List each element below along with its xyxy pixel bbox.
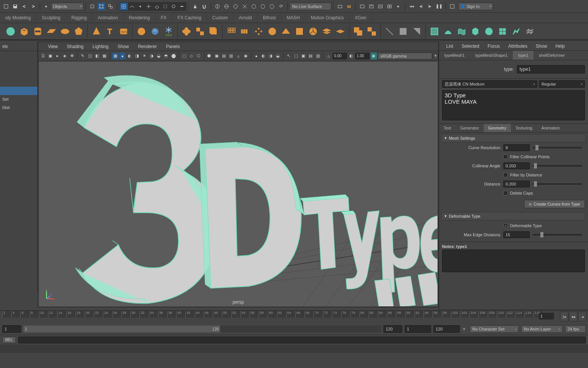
vp-gate-icon[interactable]: ◫	[87, 53, 93, 59]
mash-cache-icon[interactable]	[149, 25, 161, 37]
subtab-geometry[interactable]: Geometry	[484, 124, 511, 132]
panel-menu-show[interactable]: Show	[113, 44, 133, 49]
snap-curve-icon[interactable]	[128, 3, 136, 10]
sym-y-icon[interactable]	[223, 3, 230, 10]
panel-menu-panels[interactable]: Panels	[161, 44, 185, 49]
vp-shadow-icon[interactable]: ◑	[148, 53, 155, 59]
t4-icon[interactable]	[469, 25, 481, 37]
attr-menu-show[interactable]: Show	[532, 44, 551, 49]
time-ruler[interactable]: 2468101214161820222426283032343638404244…	[2, 311, 543, 318]
fps-field[interactable]: 24 fps	[565, 325, 586, 333]
left-item-set[interactable]: Set	[0, 95, 37, 103]
attr-menu-attributes[interactable]: Attributes	[504, 44, 532, 49]
mash-create-icon[interactable]	[135, 25, 147, 37]
vp-color-mgmt-icon[interactable]: ◉	[371, 53, 377, 59]
sym-d-icon[interactable]: ◯	[268, 3, 276, 10]
step-back-icon[interactable]: ◂◂	[569, 312, 577, 321]
shelf-tab-mash[interactable]: MASH	[281, 13, 306, 23]
sym-c-icon[interactable]: ◯	[259, 3, 267, 10]
range-end-field[interactable]: 120	[433, 325, 460, 333]
range-slider[interactable]: 1120	[23, 326, 381, 332]
vp-motion-icon[interactable]: ⬤	[170, 53, 177, 59]
panel-menu-lighting[interactable]: Lighting	[88, 44, 113, 49]
vp-shade-flat-icon[interactable]: ◐	[126, 53, 133, 59]
sign-in-dropdown[interactable]: 👤Sign In	[458, 3, 493, 10]
vp-shade-wire-icon[interactable]: ▦	[112, 53, 118, 59]
render-d-icon[interactable]: ▸	[395, 3, 402, 10]
shelf-tab-rendering[interactable]: Rendering	[124, 13, 155, 23]
edit-a-icon[interactable]	[383, 25, 396, 37]
select-by-component-icon[interactable]	[98, 3, 105, 10]
t8-icon[interactable]	[524, 25, 536, 37]
vp-ao-icon[interactable]: ◒	[155, 53, 162, 59]
vp-2d-pan-icon[interactable]: ✥	[69, 53, 75, 59]
history-icon[interactable]: ⟳	[277, 3, 285, 10]
sym-icon[interactable]	[241, 3, 248, 10]
lock-icon[interactable]	[191, 3, 199, 10]
node-tab-typemeshshape1[interactable]: typeMeshShape1	[470, 51, 513, 60]
separate-icon[interactable]	[366, 25, 378, 37]
vp-d-icon[interactable]: ▥	[228, 53, 234, 59]
vp-film-icon[interactable]: ▦	[101, 53, 108, 59]
character-set-dropdown[interactable]: No Character Set	[470, 325, 519, 333]
flatten-icon[interactable]	[334, 25, 346, 37]
anim-layer-dropdown[interactable]: No Anim Layer	[521, 325, 563, 333]
render-icon[interactable]	[336, 3, 344, 10]
replicator-icon[interactable]	[208, 25, 220, 37]
play-back-icon[interactable]: ◂	[578, 312, 586, 321]
vp-view-transform-arrow[interactable]: ▼	[433, 53, 438, 59]
vp-exposure-field[interactable]: 0.00	[332, 53, 347, 59]
shelf-tab-rigging[interactable]: Rigging	[66, 13, 93, 23]
vp-bookmark-icon[interactable]: ▸	[54, 53, 61, 59]
layer-icon[interactable]	[321, 25, 333, 37]
vp-h-icon[interactable]: ◐	[260, 53, 267, 59]
collinear-angle-field[interactable]: 0.200	[503, 162, 530, 169]
node-tab-typemesh1[interactable]: typeMesh1	[439, 51, 470, 60]
create-curves-button[interactable]: ⎋Create Curves from Type	[524, 200, 585, 208]
snap-toggle-icon[interactable]	[178, 3, 186, 10]
vp-camera-icon[interactable]: ▣	[47, 53, 53, 59]
range-menu-icon[interactable]: ▼	[462, 327, 467, 331]
mesh-dist-icon[interactable]	[280, 25, 292, 37]
max-edge-div-field[interactable]: 15	[503, 231, 530, 238]
render-a-icon[interactable]	[368, 3, 375, 10]
vp-reso-icon[interactable]: ◧	[94, 53, 101, 59]
select-hierarchy-icon[interactable]: ▸	[43, 3, 50, 10]
node-tab-type1[interactable]: type1	[513, 51, 534, 60]
ipr-icon[interactable]	[345, 3, 353, 10]
t2-icon[interactable]	[442, 25, 454, 37]
snap-live-icon[interactable]	[161, 3, 169, 10]
vp-j-icon[interactable]: ◒	[275, 53, 281, 59]
sym-z-icon[interactable]	[232, 3, 239, 10]
node-tab-shelldeformer[interactable]: shellDeformer	[534, 51, 570, 60]
collinear-angle-slider[interactable]	[533, 165, 582, 167]
vp-a-icon[interactable]: ⬢	[206, 53, 213, 59]
axis-gizmo[interactable]: yxz	[44, 290, 56, 301]
mel-toggle[interactable]: MEL	[2, 337, 16, 343]
font-weight-dropdown[interactable]: Regular	[539, 80, 585, 88]
panel-menu-view[interactable]: View	[43, 44, 62, 49]
vp-xray-joints-icon[interactable]: ⬡	[195, 53, 202, 59]
new-scene-icon[interactable]	[2, 3, 10, 10]
vp-grease-icon[interactable]: ✎	[79, 53, 86, 59]
vp-k-icon[interactable]: ▢	[293, 53, 299, 59]
t5-icon[interactable]	[483, 25, 495, 37]
poly-sphere-icon[interactable]	[5, 25, 17, 37]
combine-icon[interactable]	[352, 25, 364, 37]
bullet-icon[interactable]	[180, 25, 192, 37]
max-edge-div-slider[interactable]	[533, 234, 582, 235]
poly-type-icon[interactable]: T	[104, 25, 116, 37]
vp-xray-icon[interactable]: ◇	[188, 53, 194, 59]
snap-grid-icon[interactable]	[119, 3, 128, 10]
attr-menu-help[interactable]: Help	[551, 44, 569, 49]
subtab-text[interactable]: Text	[439, 124, 456, 132]
range-start-outer-field[interactable]: 1	[2, 325, 21, 333]
mash-freeze-icon[interactable]: 0,0,0	[163, 25, 175, 37]
render-view-icon[interactable]	[358, 3, 366, 10]
distance-field[interactable]: 0.200	[503, 181, 530, 187]
vp-c-icon[interactable]: ▤	[220, 53, 227, 59]
filter-collinear-checkbox[interactable]	[503, 154, 508, 159]
t7-icon[interactable]	[510, 25, 522, 37]
radial-distribute-icon[interactable]	[253, 25, 265, 37]
shelf-tab-motion-graphics[interactable]: Motion Graphics	[306, 13, 349, 23]
